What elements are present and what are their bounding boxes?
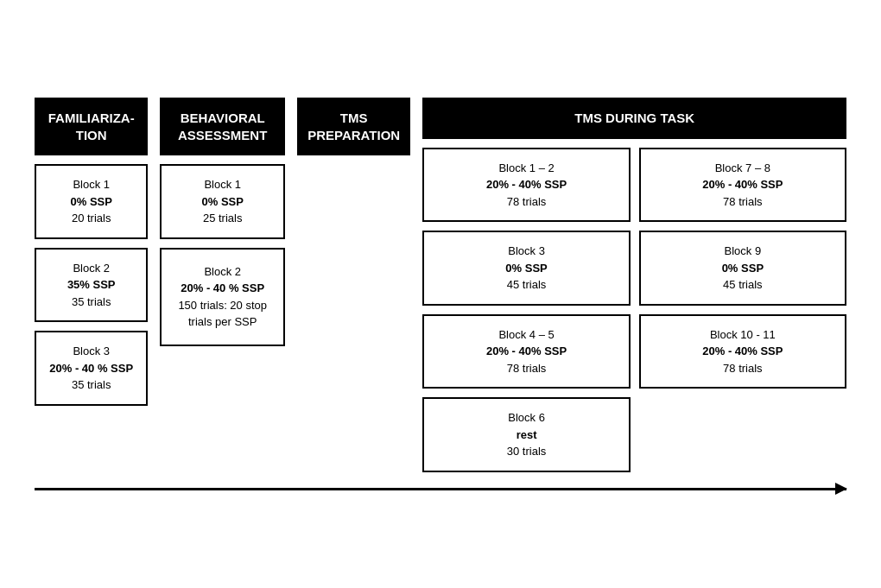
task-block-4-5-trials: 78 trials xyxy=(433,360,619,377)
fam-block-2-title: Block 2 xyxy=(45,260,137,277)
timeline-arrow xyxy=(35,488,846,490)
task-block-3: Block 3 0% SSP 45 trials xyxy=(422,231,630,306)
fam-block-1-title: Block 1 xyxy=(45,176,137,193)
task-inner: TMS DURING TASK Block 1 – 2 20% - 40% SS… xyxy=(422,98,846,472)
beh-block-1: Block 1 0% SSP 25 trials xyxy=(160,164,285,239)
beh-block-2-trials: 150 trials: 20 stop trials per SSP xyxy=(170,297,275,331)
fam-block-2-trials: 35 trials xyxy=(45,294,137,311)
task-block-10-11-title: Block 10 - 11 xyxy=(650,326,836,344)
fam-block-3-trials: 35 trials xyxy=(45,376,137,394)
column-familiarization: FAMILIARIZA-TION Block 1 0% SSP 20 trial… xyxy=(35,98,148,406)
task-block-7-8: Block 7 – 8 20% - 40% SSP 78 trials xyxy=(639,148,846,223)
task-block-1-2-ssp: 20% - 40% SSP xyxy=(433,176,619,193)
fam-block-3-ssp: 20% - 40 % SSP xyxy=(45,360,137,377)
task-block-4-5-title: Block 4 – 5 xyxy=(433,326,619,344)
task-block-4-5-ssp: 20% - 40% SSP xyxy=(433,343,619,360)
fam-block-2-ssp: 35% SSP xyxy=(45,276,137,294)
beh-block-2-title: Block 2 xyxy=(170,263,275,281)
task-block-1-2-trials: 78 trials xyxy=(433,193,619,211)
task-block-3-title: Block 3 xyxy=(433,243,619,260)
task-block-3-ssp: 0% SSP xyxy=(433,260,619,277)
beh-block-1-trials: 25 trials xyxy=(170,210,275,227)
fam-block-2: Block 2 35% SSP 35 trials xyxy=(35,248,148,323)
beh-block-1-title: Block 1 xyxy=(170,176,275,193)
beh-block-2: Block 2 20% - 40 % SSP 150 trials: 20 st… xyxy=(160,248,285,346)
task-block-4-5: Block 4 – 5 20% - 40% SSP 78 trials xyxy=(422,314,630,389)
arrow-line xyxy=(35,488,846,490)
header-tms: TMS PREPARATION xyxy=(297,98,410,155)
task-block-6-ssp: rest xyxy=(433,427,619,444)
header-familiarization: FAMILIARIZA-TION xyxy=(35,98,148,155)
task-block-9: Block 9 0% SSP 45 trials xyxy=(639,231,846,306)
task-block-10-11-ssp: 20% - 40% SSP xyxy=(650,343,836,360)
task-block-9-title: Block 9 xyxy=(650,243,836,260)
task-block-6: Block 6 rest 30 trials xyxy=(422,397,630,472)
task-grid: Block 1 – 2 20% - 40% SSP 78 trials Bloc… xyxy=(422,148,846,472)
task-block-7-8-title: Block 7 – 8 xyxy=(650,160,836,177)
header-task: TMS DURING TASK xyxy=(422,98,846,139)
column-behavioral: BEHAVIORAL ASSESSMENT Block 1 0% SSP 25 … xyxy=(160,98,285,346)
header-behavioral: BEHAVIORAL ASSESSMENT xyxy=(160,98,285,155)
task-block-10-11: Block 10 - 11 20% - 40% SSP 78 trials xyxy=(639,314,846,389)
beh-block-2-ssp: 20% - 40 % SSP xyxy=(170,280,275,297)
fam-block-3-title: Block 3 xyxy=(45,343,137,360)
fam-block-3: Block 3 20% - 40 % SSP 35 trials xyxy=(35,331,148,406)
beh-block-1-ssp: 0% SSP xyxy=(170,193,275,211)
task-block-9-ssp: 0% SSP xyxy=(650,260,836,277)
task-block-7-8-trials: 78 trials xyxy=(650,193,836,211)
task-block-3-trials: 45 trials xyxy=(433,276,619,294)
fam-block-1-ssp: 0% SSP xyxy=(45,193,137,211)
task-block-6-title: Block 6 xyxy=(433,409,619,427)
task-block-9-trials: 45 trials xyxy=(650,276,836,294)
fam-block-1: Block 1 0% SSP 20 trials xyxy=(35,164,148,239)
column-tms: TMS PREPARATION xyxy=(297,98,410,155)
task-block-6-trials: 30 trials xyxy=(433,443,619,460)
task-block-7-8-ssp: 20% - 40% SSP xyxy=(650,176,836,193)
task-block-1-2: Block 1 – 2 20% - 40% SSP 78 trials xyxy=(422,148,630,223)
diagram: FAMILIARIZA-TION Block 1 0% SSP 20 trial… xyxy=(26,80,855,508)
task-block-10-11-trials: 78 trials xyxy=(650,360,836,377)
column-task: TMS DURING TASK Block 1 – 2 20% - 40% SS… xyxy=(422,98,846,472)
task-block-1-2-title: Block 1 – 2 xyxy=(433,160,619,177)
fam-block-1-trials: 20 trials xyxy=(45,210,137,227)
columns-container: FAMILIARIZA-TION Block 1 0% SSP 20 trial… xyxy=(35,98,846,472)
